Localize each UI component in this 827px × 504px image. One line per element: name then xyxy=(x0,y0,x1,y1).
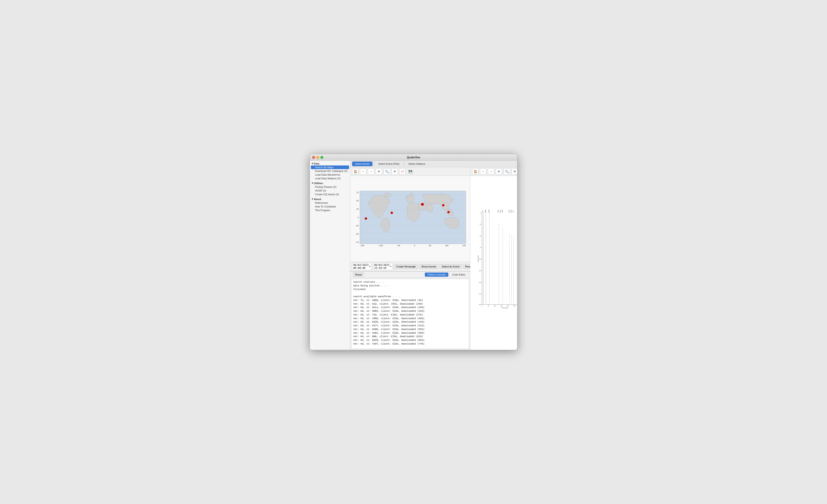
right-back-button[interactable]: ← xyxy=(480,168,486,175)
end-date-arrow[interactable]: ▼ xyxy=(390,265,391,268)
lat-label-n50: −50 xyxy=(355,233,358,235)
svg-text:125: 125 xyxy=(479,270,481,271)
main-area: Select Event Select Event (Plot) Select … xyxy=(350,161,517,350)
sidebar-item-references[interactable]: References xyxy=(310,201,350,205)
world-map[interactable] xyxy=(360,191,466,244)
event-dot-1 xyxy=(364,217,367,220)
console-tab-bar: Reset Python Console Code Editor xyxy=(350,271,470,278)
tab-separator-2 xyxy=(404,162,404,166)
app-window: QuakeSee ▾ Data Search By Maps Download … xyxy=(310,154,517,350)
right-toolbar: 🏠 ← → ✛ 🔍 ⚙ 📈 💾 xyxy=(470,167,517,176)
data-chevron: ▾ xyxy=(312,162,313,165)
right-pan-button[interactable]: ✛ xyxy=(496,168,502,175)
svg-text:50: 50 xyxy=(480,235,481,237)
map-area: 75 50 25 0 −25 −50 −75 xyxy=(350,176,470,262)
tab-select-stations[interactable]: Select Stations xyxy=(405,161,428,166)
console-section: Reset Python Console Code Editor search … xyxy=(350,271,470,350)
svg-text:0: 0 xyxy=(482,305,482,307)
about-chevron: ▾ xyxy=(312,198,313,201)
sidebar-item-create-oq[interactable]: Create OQ Inputs (X) xyxy=(310,193,350,196)
trace-andn xyxy=(489,213,490,304)
event-dot-5 xyxy=(447,211,449,213)
lon-label-50: 50 xyxy=(429,244,431,247)
lon-label-100: 100 xyxy=(445,244,448,247)
map-toolbar: 🏠 ← → ✛ 🔍 ⚙ 📈 💾 xyxy=(350,167,470,176)
sidebar-item-this-program[interactable]: This Program xyxy=(310,208,350,212)
sidebar-item-hvsr[interactable]: HVSR (X) xyxy=(310,189,350,193)
sidebar-section-utilities: ▾ Utilities xyxy=(310,181,350,185)
forward-button[interactable]: → xyxy=(368,168,374,175)
lon-label-n150: −150 xyxy=(360,244,364,247)
right-panel: 🏠 ← → ✛ 🔍 ⚙ 📈 💾 xyxy=(470,167,517,350)
right-zoom-button[interactable]: 🔍 xyxy=(503,168,510,175)
station-label-andn: ANDN xyxy=(488,209,490,212)
svg-text:100: 100 xyxy=(479,258,481,260)
graph-button[interactable]: 📈 xyxy=(399,168,406,175)
lon-label-0: 0 xyxy=(414,244,415,247)
close-button[interactable] xyxy=(312,156,315,159)
trace-yoz xyxy=(514,237,514,305)
event-dot-4 xyxy=(442,204,444,207)
sidebar-item-load-data-waveforms[interactable]: Load Data Waveforms xyxy=(310,173,350,177)
right-home-button[interactable]: 🏠 xyxy=(472,168,479,175)
tab-select-event-plot[interactable]: Select Event (Plot) xyxy=(376,161,402,166)
x-axis: 0 50 100 150 200 250 xyxy=(482,305,517,308)
sidebar-item-search-by-maps[interactable]: Search By Maps xyxy=(311,165,349,169)
back-button[interactable]: ← xyxy=(360,168,367,175)
svg-text:100: 100 xyxy=(494,305,496,307)
trace-gula xyxy=(509,233,510,305)
y-axis: 0 25 50 75 100 125 xyxy=(477,212,482,305)
console-reset-button[interactable]: Reset xyxy=(353,272,364,277)
sidebar-item-load-data-stations[interactable]: Load Data Stations (X) xyxy=(310,177,350,180)
svg-text:25: 25 xyxy=(480,223,481,225)
sidebar-section-data: ▾ Data xyxy=(310,161,350,165)
maximize-button[interactable] xyxy=(321,156,323,159)
sidebar-item-download-isc[interactable]: Download ISC Catalogue (X) xyxy=(310,169,350,173)
sidebar-item-how-to-contribute[interactable]: How To Contribute xyxy=(310,205,350,208)
station-label-gula: GULA xyxy=(508,209,510,213)
trace-kmrs xyxy=(486,213,486,304)
show-events-button[interactable]: Show Events xyxy=(419,264,438,269)
minimize-button[interactable] xyxy=(317,156,319,159)
lon-label-n100: −100 xyxy=(378,244,383,247)
station-label-sari: SARI xyxy=(500,210,501,212)
svg-text:0: 0 xyxy=(480,212,481,213)
left-panel: 🏠 ← → ✛ 🔍 ⚙ 📈 💾 xyxy=(350,167,470,350)
lat-label-0: 0 xyxy=(355,216,358,218)
pan-button[interactable]: ✛ xyxy=(376,168,382,175)
date-control-bar: 06/02/2023 00:00:00 ▼ 06/02/2023 23:59:5… xyxy=(350,262,470,271)
svg-text:150: 150 xyxy=(479,282,481,283)
tab-python-console[interactable]: Python Console xyxy=(425,272,448,277)
lat-label-75: 75 xyxy=(355,191,358,194)
lon-label-n50: −50 xyxy=(397,244,400,247)
lat-label-50: 50 xyxy=(355,200,358,202)
station-label-gaz: GAZ xyxy=(482,210,483,213)
start-date-input[interactable]: 06/02/2023 00:00:00 ▼ xyxy=(352,263,372,270)
lat-label-n75: −75 xyxy=(355,241,358,244)
svg-text:150: 150 xyxy=(500,305,502,307)
svg-text:Offset [km]: Offset [km] xyxy=(502,307,508,308)
lon-label-150: 150 xyxy=(462,244,466,247)
right-settings-button[interactable]: ⚙ xyxy=(512,168,517,175)
zoom-button[interactable]: 🔍 xyxy=(384,168,390,175)
svg-text:175: 175 xyxy=(479,293,481,295)
right-forward-button[interactable]: → xyxy=(488,168,494,175)
map-svg xyxy=(360,191,466,244)
tab-bar: Select Event Select Event (Plot) Select … xyxy=(350,161,517,167)
station-label-ceyt: CEYT xyxy=(498,210,499,213)
trace-dare xyxy=(502,228,503,305)
tab-code-editor[interactable]: Code Editor xyxy=(449,272,468,277)
home-button[interactable]: 🏠 xyxy=(352,168,358,175)
save-button[interactable]: 💾 xyxy=(407,168,414,175)
title-bar: QuakeSee xyxy=(310,154,517,161)
event-dot-3 xyxy=(421,203,424,206)
create-rectangle-button[interactable]: Create Rectangle xyxy=(394,264,418,269)
console-output[interactable]: search stations . . . data being plotted… xyxy=(351,279,469,349)
trace-gaz xyxy=(483,213,483,304)
sidebar-item-picking-phases[interactable]: Picking Phases (X) xyxy=(310,185,350,189)
select-an-event-button[interactable]: Select An Event xyxy=(440,264,462,269)
end-date-input[interactable]: 06/02/2023 23:59:59 ▼ xyxy=(373,263,393,270)
start-date-arrow[interactable]: ▼ xyxy=(369,265,370,268)
tab-select-event[interactable]: Select Event xyxy=(352,161,373,166)
settings-button[interactable]: ⚙ xyxy=(391,168,398,175)
